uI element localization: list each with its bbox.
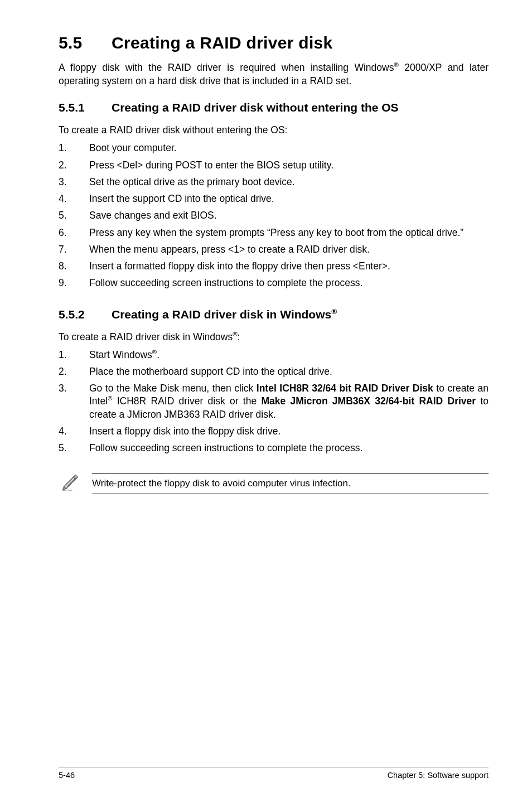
page-footer: 5-46 Chapter 5: Software support: [59, 767, 489, 780]
registered-mark: ®: [233, 331, 237, 337]
subtitle-post: :: [238, 331, 240, 342]
list-item: Place the motherboard support CD into th…: [59, 365, 489, 378]
section2-title-pre: Creating a RAID driver disk in Windows: [112, 308, 331, 321]
list-item: Insert a formatted floppy disk into the …: [59, 260, 489, 273]
list-item: Set the optical drive as the primary boo…: [59, 176, 489, 189]
section1-steps: Boot your computer. Press <Del> during P…: [59, 142, 489, 289]
list-item: Go to the Make Disk menu, then click Int…: [59, 382, 489, 421]
list-item: Save changes and exit BIOS.: [59, 209, 489, 222]
list-item: Insert a floppy disk into the floppy dis…: [59, 425, 489, 438]
note-body: Write-protect the floppy disk to avoid c…: [92, 473, 489, 494]
step1-post: .: [157, 349, 159, 360]
step3-bold1: Intel ICH8R 32/64 bit RAID Driver Disk: [257, 383, 433, 394]
section2-subtitle: To create a RAID driver disk in Windows®…: [59, 331, 489, 343]
section2-number: 5.5.2: [59, 308, 112, 321]
step3-bold2: Make JMicron JMB36X 32/64-bit RAID Drive…: [261, 395, 476, 407]
list-item: Follow succeeding screen instructions to…: [59, 277, 489, 289]
heading-title: Creating a RAID driver disk: [112, 33, 333, 52]
intro-pre: A floppy disk with the RAID driver is re…: [59, 62, 394, 73]
page-number: 5-46: [59, 771, 75, 780]
intro-paragraph: A floppy disk with the RAID driver is re…: [59, 61, 489, 88]
list-item: Start Windows®.: [59, 349, 489, 361]
list-item: Boot your computer.: [59, 142, 489, 154]
section-heading-2: 5.5.2Creating a RAID driver disk in Wind…: [59, 308, 489, 321]
subtitle-pre: To create a RAID driver disk in Windows: [59, 331, 233, 342]
note-callout: Write-protect the floppy disk to avoid c…: [59, 473, 489, 494]
section-heading-1: 5.5.1Creating a RAID driver disk without…: [59, 101, 489, 114]
list-item: Press any key when the system prompts “P…: [59, 226, 489, 239]
step3-a: Go to the Make Disk menu, then click: [89, 383, 257, 394]
list-item: Press <Del> during POST to enter the BIO…: [59, 159, 489, 172]
note-text: Write-protect the floppy disk to avoid c…: [92, 474, 489, 494]
section1-title: Creating a RAID driver disk without ente…: [112, 101, 399, 114]
registered-mark: ®: [331, 307, 337, 316]
step1-pre: Start Windows: [89, 349, 152, 360]
list-item: Follow succeeding screen instructions to…: [59, 442, 489, 455]
step3-d: ICH8R RAID driver disk or the: [112, 395, 261, 407]
registered-mark: ®: [152, 349, 157, 355]
list-item: Insert the support CD into the optical d…: [59, 192, 489, 205]
chapter-label: Chapter 5: Software support: [388, 771, 489, 780]
page-heading: 5.5Creating a RAID driver disk: [59, 33, 489, 52]
list-item: When the menu appears, press <1> to crea…: [59, 243, 489, 256]
registered-mark: ®: [394, 61, 398, 68]
note-rule-bottom: [92, 494, 489, 494]
section1-subtitle: To create a RAID driver disk without ent…: [59, 124, 489, 136]
section2-steps: Start Windows®. Place the motherboard su…: [59, 349, 489, 455]
pencil-icon: [60, 471, 81, 494]
section1-number: 5.5.1: [59, 101, 112, 114]
heading-number: 5.5: [59, 33, 112, 52]
